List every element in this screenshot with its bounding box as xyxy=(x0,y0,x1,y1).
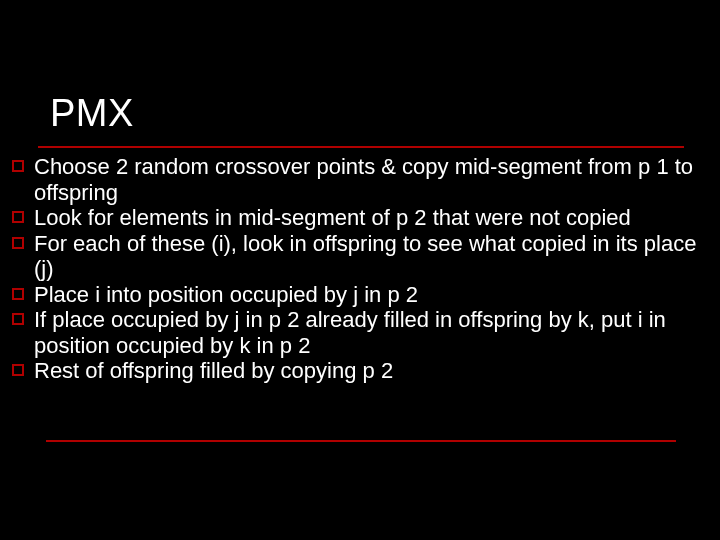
list-item-text: Rest of offspring filled by copying p 2 xyxy=(34,358,712,384)
list-item: For each of these (i), look in offspring… xyxy=(12,231,712,282)
list-item: Rest of offspring filled by copying p 2 xyxy=(12,358,712,384)
square-bullet-icon xyxy=(12,160,24,172)
list-item: If place occupied by j in p 2 already fi… xyxy=(12,307,712,358)
list-item-text: Choose 2 random crossover points & copy … xyxy=(34,154,712,205)
divider-top xyxy=(38,146,684,148)
square-bullet-icon xyxy=(12,364,24,376)
slide: PMX Choose 2 random crossover points & c… xyxy=(0,0,720,540)
slide-body: Choose 2 random crossover points & copy … xyxy=(12,154,712,384)
square-bullet-icon xyxy=(12,237,24,249)
slide-title: PMX xyxy=(50,92,134,135)
square-bullet-icon xyxy=(12,211,24,223)
divider-bottom xyxy=(46,440,676,442)
square-bullet-icon xyxy=(12,313,24,325)
list-item: Place i into position occupied by j in p… xyxy=(12,282,712,308)
list-item-text: Look for elements in mid-segment of p 2 … xyxy=(34,205,712,231)
list-item-text: For each of these (i), look in offspring… xyxy=(34,231,712,282)
list-item: Choose 2 random crossover points & copy … xyxy=(12,154,712,205)
list-item: Look for elements in mid-segment of p 2 … xyxy=(12,205,712,231)
list-item-text: Place i into position occupied by j in p… xyxy=(34,282,712,308)
square-bullet-icon xyxy=(12,288,24,300)
list-item-text: If place occupied by j in p 2 already fi… xyxy=(34,307,712,358)
